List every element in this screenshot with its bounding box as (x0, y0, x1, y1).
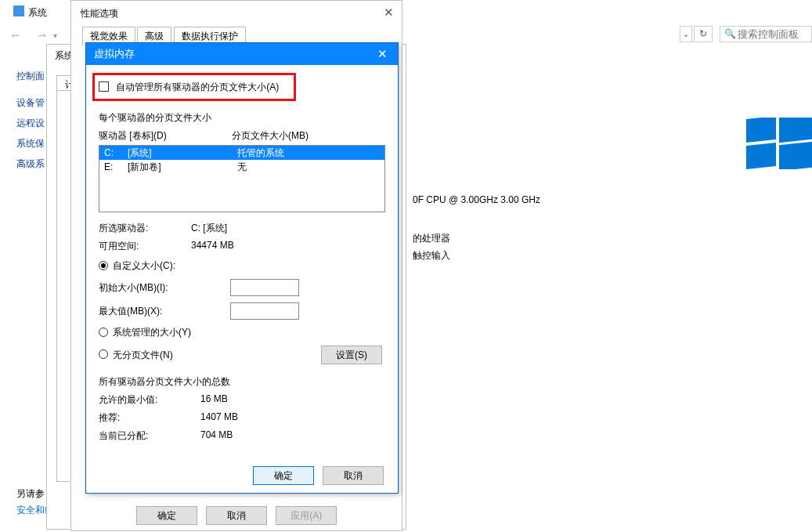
drive-label: [系统] (128, 146, 237, 160)
address-dropdown-icon[interactable]: ⌄ (680, 26, 692, 42)
refresh-icon[interactable]: ↻ (694, 26, 713, 42)
touch-info: 触控输入 (413, 249, 450, 262)
cancel-button[interactable]: 取消 (206, 506, 267, 525)
nav-item[interactable]: 远程设 (16, 113, 45, 133)
drive-header-col1: 驱动器 [卷标](D) (99, 129, 232, 143)
min-label: 允许的最小值: (99, 393, 200, 407)
auto-manage-label: 自动管理所有驱动器的分页文件大小(A) (116, 81, 279, 94)
max-size-label: 最大值(MB)(X): (99, 305, 200, 318)
vm-title: 虚拟内存 (94, 47, 135, 61)
drive-label: [新加卷] (128, 160, 237, 174)
radio-system-managed[interactable] (99, 328, 108, 337)
drive-letter: E: (99, 160, 128, 174)
perf-title: 性能选项 (71, 1, 402, 27)
close-icon[interactable]: ✕ (384, 5, 394, 20)
radio-system-label: 系统管理的大小(Y) (113, 326, 191, 339)
per-drive-section-label: 每个驱动器的分页文件大小 (99, 111, 385, 125)
nav-item[interactable]: 系统保 (16, 133, 45, 154)
search-icon: 🔍 (724, 28, 736, 39)
totals-header: 所有驱动器分页文件大小的总数 (99, 375, 385, 389)
drive-size: 无 (237, 160, 384, 174)
nav-item[interactable]: 控制面 (16, 66, 45, 86)
drive-letter: C: (99, 146, 128, 160)
cur-value: 704 MB (200, 429, 233, 443)
processor-info: 的处理器 (413, 232, 450, 245)
ok-button[interactable]: 确定 (136, 506, 197, 525)
drive-row[interactable]: C: [系统] 托管的系统 (99, 146, 384, 160)
set-button[interactable]: 设置(S) (321, 346, 382, 364)
radio-none-label: 无分页文件(N) (113, 349, 173, 362)
cur-label: 当前已分配: (99, 429, 200, 443)
virtual-memory-dialog: 虚拟内存 ✕ 自动管理所有驱动器的分页文件大小(A) 每个驱动器的分页文件大小 … (85, 42, 399, 494)
drive-row[interactable]: E: [新加卷] 无 (99, 160, 384, 174)
selected-drive-value: C: [系统] (191, 222, 227, 235)
rec-value: 1407 MB (200, 411, 238, 425)
auto-manage-checkbox[interactable] (99, 81, 109, 92)
selected-drive-label: 所选驱动器: (99, 222, 191, 235)
drive-list[interactable]: C: [系统] 托管的系统 E: [新加卷] 无 (99, 145, 385, 212)
nav-item[interactable]: 设备管 (16, 92, 45, 113)
rec-label: 推荐: (99, 411, 200, 425)
min-value: 16 MB (200, 393, 228, 407)
windows-logo-icon (746, 118, 812, 169)
apply-button: 应用(A) (276, 506, 337, 525)
nav-history-chevron-icon[interactable]: ▾ (53, 31, 57, 40)
cpu-info: 0F CPU @ 3.00GHz 3.00 GHz (413, 194, 540, 205)
cancel-button[interactable]: 取消 (323, 466, 384, 485)
see-also-label: 另请参 (16, 487, 45, 501)
initial-size-input[interactable] (230, 279, 299, 296)
system-icon (13, 5, 24, 16)
max-size-input[interactable] (230, 302, 299, 320)
left-nav: 控制面 设备管 远程设 系统保 高级系 (16, 66, 45, 174)
close-icon[interactable]: ✕ (366, 43, 398, 65)
ok-button[interactable]: 确定 (253, 466, 314, 485)
drive-header-col2: 分页文件大小(MB) (232, 129, 309, 143)
nav-item[interactable]: 高级系 (16, 154, 45, 174)
free-space-label: 可用空间: (99, 240, 191, 253)
radio-custom-size[interactable] (99, 261, 108, 270)
free-space-value: 34474 MB (191, 240, 234, 253)
nav-forward-icon: → (36, 28, 49, 42)
drive-size: 托管的系统 (237, 146, 384, 160)
radio-no-paging[interactable] (99, 349, 108, 359)
window-title: 系统 (28, 6, 47, 20)
initial-size-label: 初始大小(MB)(I): (99, 281, 200, 295)
nav-back-icon[interactable]: ← (9, 28, 22, 42)
radio-custom-label: 自定义大小(C): (113, 259, 175, 273)
